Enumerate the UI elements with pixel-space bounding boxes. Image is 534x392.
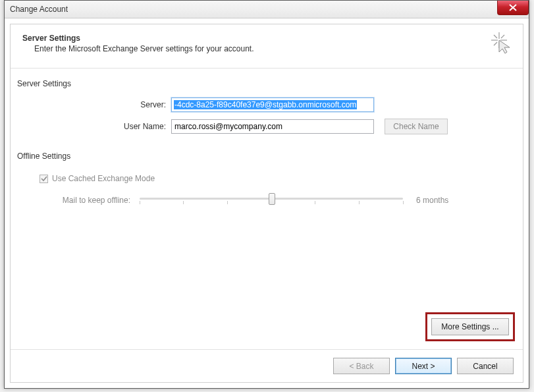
svg-line-4 [494,35,497,38]
body: Server Settings Server: -4cdc-8a25-f89c4… [11,69,523,349]
username-input[interactable] [171,119,374,134]
more-settings-button[interactable]: More Settings ... [431,318,509,335]
offline-settings-section-label: Offline Settings [17,152,512,161]
close-button[interactable] [497,1,529,15]
footer: < Back Next > Cancel [11,349,523,382]
header: Server Settings Enter the Microsoft Exch… [11,24,523,60]
window-title: Change Account [10,5,68,14]
svg-line-5 [501,35,504,38]
check-name-button[interactable]: Check Name [385,119,448,134]
username-row: User Name: Check Name [14,119,512,134]
close-icon [508,4,518,11]
cached-mode-row: Use Cached Exchange Mode [40,174,512,183]
server-input[interactable]: -4cdc-8a25-f89c40fe37e9@stgabb.onmicroso… [171,98,374,112]
username-label: User Name: [14,122,171,131]
server-label: Server: [14,100,171,109]
server-row: Server: -4cdc-8a25-f89c40fe37e9@stgabb.o… [14,98,512,112]
slider-thumb[interactable] [269,193,275,205]
checkmark-icon [41,175,47,182]
next-button[interactable]: Next > [395,358,452,374]
cached-mode-checkbox[interactable] [40,175,48,183]
cursor-sparkle-icon [490,31,514,55]
cached-mode-label: Use Cached Exchange Mode [52,174,155,183]
svg-line-6 [494,42,497,45]
mail-offline-slider-row: Mail to keep offline: [14,192,512,208]
change-account-dialog: Change Account Server Settings Enter the… [4,0,529,389]
server-input-value: -4cdc-8a25-f89c40fe37e9@stgabb.onmicroso… [174,100,357,109]
mail-offline-slider-label: Mail to keep offline: [14,196,140,205]
header-subtitle: Enter the Microsoft Exchange Server sett… [34,44,511,53]
offline-settings-section: Offline Settings Use Cached Exchange Mod… [14,152,512,208]
back-button[interactable]: < Back [333,358,390,374]
mail-offline-slider[interactable] [140,192,403,208]
server-settings-section-label: Server Settings [17,79,512,88]
header-title: Server Settings [22,34,511,43]
mail-offline-slider-value: 6 months [416,196,448,205]
dialog-inner: Server Settings Enter the Microsoft Exch… [10,24,523,383]
more-settings-highlight: More Settings ... [425,312,515,341]
titlebar: Change Account [5,1,529,18]
cancel-button[interactable]: Cancel [457,358,514,374]
